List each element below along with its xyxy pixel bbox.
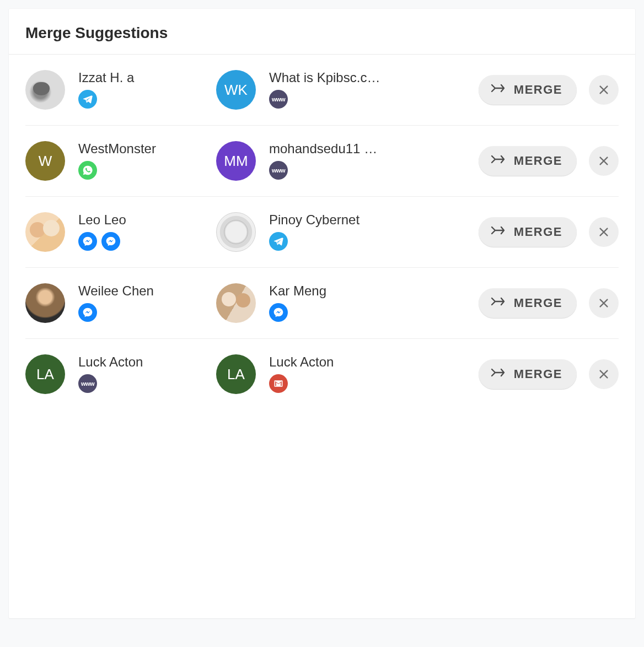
contact-right: WKWhat is Kpibsc.c…www xyxy=(216,70,397,110)
contact-right: MMmohandsedu11 …www xyxy=(216,141,397,181)
dismiss-button[interactable] xyxy=(589,288,619,318)
web-icon: www xyxy=(269,90,288,109)
suggestion-list: Izzat H. aWKWhat is Kpibsc.c…wwwMERGEWWe… xyxy=(9,55,635,426)
source-badges xyxy=(78,303,206,322)
merge-label: MERGE xyxy=(514,367,562,381)
contact-left: LALuck Actonwww xyxy=(25,354,206,394)
whatsapp-icon xyxy=(78,161,97,180)
source-badges xyxy=(78,90,206,109)
source-badges xyxy=(78,232,206,251)
suggestion-row: LALuck ActonwwwLALuck ActonMERGE xyxy=(25,339,619,409)
messenger-icon xyxy=(78,303,97,322)
close-icon xyxy=(598,84,610,96)
suggestion-row: Izzat H. aWKWhat is Kpibsc.c…wwwMERGE xyxy=(25,55,619,126)
merge-label: MERGE xyxy=(514,83,562,97)
source-badges xyxy=(269,232,397,251)
avatar: LA xyxy=(216,354,256,394)
source-badges xyxy=(78,161,206,180)
web-icon: www xyxy=(78,374,97,393)
avatar xyxy=(25,283,65,323)
merge-icon xyxy=(491,367,506,381)
merge-label: MERGE xyxy=(514,154,562,168)
source-badges: www xyxy=(269,161,397,180)
close-icon xyxy=(598,226,610,238)
source-badges: www xyxy=(78,374,206,393)
contact-name: Leo Leo xyxy=(78,212,206,228)
suggestion-row: Weilee ChenKar MengMERGE xyxy=(25,268,619,339)
avatar: MM xyxy=(216,141,256,181)
source-badges: www xyxy=(269,90,397,109)
merge-button[interactable]: MERGE xyxy=(479,75,577,105)
avatar xyxy=(25,70,65,110)
dismiss-button[interactable] xyxy=(589,146,619,176)
telegram-icon xyxy=(269,232,288,251)
contact-name: Izzat H. a xyxy=(78,70,206,85)
contact-name: Luck Acton xyxy=(269,354,397,370)
contact-left: Leo Leo xyxy=(25,212,206,252)
row-actions: MERGE xyxy=(479,359,619,389)
close-icon xyxy=(598,297,610,309)
merge-icon xyxy=(491,296,506,310)
row-actions: MERGE xyxy=(479,217,619,247)
suggestion-row: Leo LeoPinoy CybernetMERGE xyxy=(25,197,619,268)
contact-name: Pinoy Cybernet xyxy=(269,212,397,228)
messenger-icon xyxy=(78,232,97,251)
contact-name: Kar Meng xyxy=(269,283,397,299)
merge-button[interactable]: MERGE xyxy=(479,288,577,318)
source-badges xyxy=(269,374,397,393)
close-icon xyxy=(598,155,610,167)
telegram-icon xyxy=(78,90,97,109)
avatar: WK xyxy=(216,70,256,110)
dismiss-button[interactable] xyxy=(589,75,619,105)
merge-button[interactable]: MERGE xyxy=(479,217,577,247)
contact-name: What is Kpibsc.c… xyxy=(269,70,397,85)
row-actions: MERGE xyxy=(479,75,619,105)
merge-label: MERGE xyxy=(514,225,562,239)
gmail-icon xyxy=(269,374,288,393)
avatar: W xyxy=(25,141,65,181)
card-header: Merge Suggestions xyxy=(9,9,635,54)
contact-left: WWestMonster xyxy=(25,141,206,181)
merge-button[interactable]: MERGE xyxy=(479,146,577,176)
contact-name: Luck Acton xyxy=(78,354,206,370)
contact-name: mohandsedu11 … xyxy=(269,141,397,157)
contact-left: Weilee Chen xyxy=(25,283,206,323)
close-icon xyxy=(598,368,610,380)
dismiss-button[interactable] xyxy=(589,217,619,247)
contact-right: Pinoy Cybernet xyxy=(216,212,397,252)
page-title: Merge Suggestions xyxy=(25,24,619,42)
merge-button[interactable]: MERGE xyxy=(479,359,577,389)
suggestion-row: WWestMonsterMMmohandsedu11 …wwwMERGE xyxy=(25,126,619,197)
contact-left: Izzat H. a xyxy=(25,70,206,110)
contact-name: WestMonster xyxy=(78,141,206,157)
merge-icon xyxy=(491,154,506,168)
contact-name: Weilee Chen xyxy=(78,283,206,299)
avatar xyxy=(216,283,256,323)
avatar xyxy=(216,212,256,252)
source-badges xyxy=(269,303,397,322)
row-actions: MERGE xyxy=(479,146,619,176)
merge-suggestions-card: Merge Suggestions Izzat H. aWKWhat is Kp… xyxy=(9,9,635,618)
merge-label: MERGE xyxy=(514,296,562,310)
messenger-icon xyxy=(269,303,288,322)
dismiss-button[interactable] xyxy=(589,359,619,389)
messenger-icon xyxy=(101,232,120,251)
web-icon: www xyxy=(269,161,288,180)
row-actions: MERGE xyxy=(479,288,619,318)
merge-icon xyxy=(491,225,506,239)
merge-icon xyxy=(491,83,506,97)
avatar: LA xyxy=(25,354,65,394)
contact-right: Kar Meng xyxy=(216,283,397,323)
avatar xyxy=(25,212,65,252)
contact-right: LALuck Acton xyxy=(216,354,397,394)
